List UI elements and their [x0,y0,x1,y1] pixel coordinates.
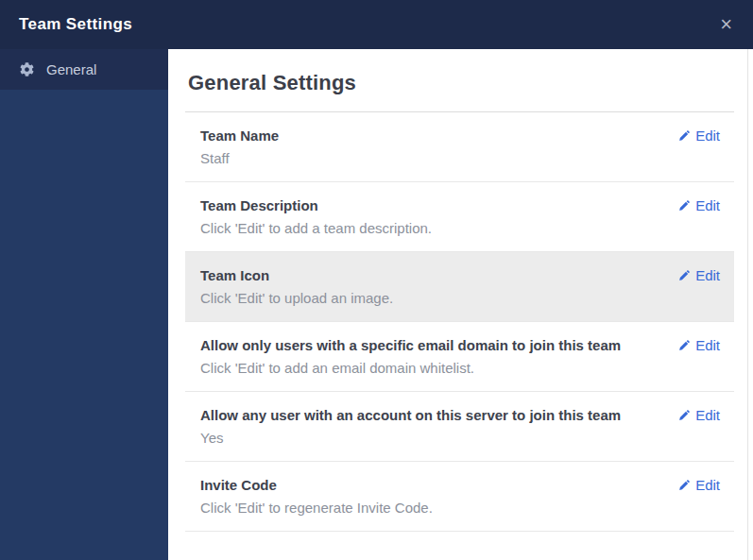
scrollbar-track[interactable] [747,49,748,560]
setting-title: Team Icon [200,266,393,284]
sidebar-item-label: General [46,61,96,77]
setting-row-text: Team Icon Click 'Edit' to upload an imag… [200,266,393,307]
setting-row: Allow any user with an account on this s… [185,392,734,462]
setting-row: Team Name Staff Edit [185,112,734,182]
setting-description: Staff [200,149,279,167]
setting-title: Team Description [200,196,432,214]
edit-label: Edit [695,406,720,424]
setting-description: Click 'Edit' to add an email domain whit… [200,359,621,377]
setting-row-text: Allow any user with an account on this s… [200,406,621,447]
setting-title: Allow only users with a specific email d… [200,336,621,354]
settings-content: General Settings Team Name Staff Edit Te… [168,49,753,560]
pencil-icon [678,410,690,421]
setting-row: Invite Code Click 'Edit' to regenerate I… [185,462,734,532]
pencil-icon [678,130,690,142]
setting-description: Click 'Edit' to upload an image. [200,289,393,307]
edit-link[interactable]: Edit [678,196,720,214]
edit-label: Edit [695,336,720,354]
setting-title: Team Name [200,127,279,144]
pencil-icon [678,200,690,212]
pencil-icon [678,340,690,351]
close-icon: × [720,12,732,36]
edit-label: Edit [695,476,720,494]
sidebar-item-general[interactable]: General [0,49,168,90]
edit-link[interactable]: Edit [678,127,720,144]
modal-title: Team Settings [19,15,132,34]
setting-row-text: Invite Code Click 'Edit' to regenerate I… [200,476,433,517]
setting-row: Team Description Click 'Edit' to add a t… [185,182,734,252]
close-button[interactable]: × [718,14,734,35]
setting-row-text: Team Description Click 'Edit' to add a t… [200,196,432,237]
settings-sidebar: General [0,49,168,560]
edit-link[interactable]: Edit [678,266,720,284]
edit-link[interactable]: Edit [678,476,720,494]
setting-title: Invite Code [200,476,433,494]
edit-link[interactable]: Edit [678,336,720,354]
setting-row: Allow only users with a specific email d… [185,322,734,392]
setting-title: Allow any user with an account on this s… [200,406,621,424]
edit-label: Edit [695,266,720,284]
setting-description: Yes [200,429,621,447]
setting-row-text: Team Name Staff [200,127,279,167]
team-settings-modal: Team Settings × General General Settings… [0,0,753,560]
edit-link[interactable]: Edit [678,406,720,424]
setting-row-text: Allow only users with a specific email d… [200,336,621,377]
settings-rows: Team Name Staff Edit Team Description Cl… [185,111,734,532]
edit-label: Edit [695,127,720,144]
pencil-icon [678,270,690,281]
section-heading: General Settings [185,49,734,111]
setting-row: Team Icon Click 'Edit' to upload an imag… [185,252,734,322]
setting-description: Click 'Edit' to add a team description. [200,219,432,237]
modal-body: General General Settings Team Name Staff… [0,49,753,560]
pencil-icon [678,480,690,491]
gear-icon [20,62,34,76]
modal-header: Team Settings × [0,0,753,49]
edit-label: Edit [695,196,720,214]
setting-description: Click 'Edit' to regenerate Invite Code. [200,499,433,517]
